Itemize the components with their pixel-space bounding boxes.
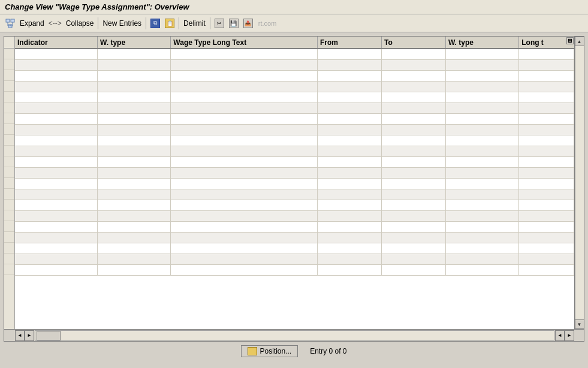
table-row[interactable]	[15, 200, 574, 210]
cell-from[interactable]	[317, 49, 381, 59]
table-row[interactable]	[15, 264, 574, 275]
row-selector-21[interactable]	[4, 264, 14, 275]
hscroll-right2-button[interactable]: ►	[565, 330, 574, 341]
table-row[interactable]	[15, 70, 574, 81]
row-selector-12[interactable]	[4, 167, 14, 178]
row-selector-13[interactable]	[4, 178, 14, 189]
table-row[interactable]	[15, 135, 574, 146]
save-icon-button[interactable]: 💾	[227, 18, 240, 29]
table-header: Indicator W. type Wage Type Long Text Fr…	[15, 37, 574, 49]
cell-indicator[interactable]	[15, 49, 98, 59]
table-row[interactable]	[15, 189, 574, 200]
row-selector-2[interactable]	[4, 59, 14, 70]
expand-label: Expand	[20, 19, 44, 28]
row-selector-20[interactable]	[4, 254, 14, 264]
cell-to[interactable]	[381, 49, 445, 59]
position-icon	[248, 347, 257, 355]
scroll-right-icon: ►	[27, 333, 32, 338]
row-selector-9[interactable]	[4, 135, 14, 146]
expand-icon-button[interactable]	[4, 18, 17, 29]
row-selector-6[interactable]	[4, 102, 14, 113]
table-row[interactable]	[15, 156, 574, 167]
scroll-track[interactable]	[575, 46, 584, 319]
collapse-label: Collapse	[66, 19, 94, 28]
svg-rect-1	[11, 19, 14, 22]
scroll-up-icon: ▲	[577, 39, 582, 44]
table-row[interactable]	[15, 243, 574, 254]
scissors-icon-button[interactable]: ✂	[213, 18, 226, 29]
cell-w-type2[interactable]	[445, 49, 518, 59]
hscroll-thumb[interactable]	[37, 331, 61, 340]
collapse-button[interactable]: Collapse	[64, 19, 96, 28]
scroll-right-button[interactable]: ►	[25, 330, 34, 341]
table-row[interactable]	[15, 232, 574, 243]
row-selector-3[interactable]	[4, 70, 14, 81]
separator-2	[146, 17, 146, 29]
column-settings-icon[interactable]: ⊞	[566, 37, 574, 44]
svg-rect-0	[6, 19, 10, 22]
table-row[interactable]	[15, 124, 574, 135]
table-row[interactable]	[15, 59, 574, 70]
watermark: rt.com	[258, 20, 277, 27]
toolbar: Expand <--> Collapse New Entries ⧉ 📋 Del…	[0, 14, 588, 32]
row-selector-17[interactable]	[4, 221, 14, 232]
table-row[interactable]	[15, 146, 574, 156]
scroll-left-button[interactable]: ◄	[15, 330, 25, 341]
table-row[interactable]	[15, 49, 574, 59]
row-selector-8[interactable]	[4, 124, 14, 135]
data-grid: Indicator W. type Wage Type Long Text Fr…	[15, 37, 574, 329]
copy-icon-button[interactable]: ⧉	[149, 18, 162, 29]
scroll-down-icon: ▼	[577, 322, 582, 327]
table-row[interactable]	[15, 167, 574, 178]
table-row[interactable]	[15, 210, 574, 221]
col-header-wage-type-long-text: Wage Type Long Text	[171, 37, 318, 49]
row-selector-18[interactable]	[4, 232, 14, 243]
cell-long-t[interactable]	[519, 49, 574, 59]
hscroll-left2-icon: ◄	[557, 333, 562, 338]
row-selector-4[interactable]	[4, 81, 14, 92]
table-row[interactable]	[15, 254, 574, 264]
cell-w-type[interactable]	[98, 49, 171, 59]
table-row[interactable]	[15, 102, 574, 113]
title-bar: Change View "Wage Type Assignment": Over…	[0, 0, 588, 14]
expand-button[interactable]: Expand	[18, 19, 46, 28]
hscroll-track[interactable]	[35, 330, 554, 341]
new-entries-label: New Entries	[102, 19, 141, 28]
col-header-w-type: W. type	[98, 37, 171, 49]
horizontal-scrollbar: ◄ ► ◄ ►	[4, 329, 584, 341]
page-title: Change View "Wage Type Assignment": Over…	[5, 2, 189, 11]
row-selector-19[interactable]	[4, 243, 14, 254]
delimit-label: Delimit	[183, 19, 206, 28]
row-selector-5[interactable]	[4, 92, 14, 102]
scroll-up-button[interactable]: ▲	[575, 37, 584, 46]
entry-count: Entry 0 of 0	[310, 347, 346, 355]
row-selector-10[interactable]	[4, 146, 14, 156]
scroll-down-button[interactable]: ▼	[575, 319, 584, 329]
table-row[interactable]	[15, 178, 574, 189]
tree-icon	[5, 19, 15, 28]
row-selector-15[interactable]	[4, 200, 14, 210]
copy-icon: ⧉	[150, 19, 160, 28]
position-label: Position...	[260, 347, 291, 355]
row-selector-11[interactable]	[4, 156, 14, 167]
scissors-icon: ✂	[215, 19, 224, 28]
delimit-button[interactable]: Delimit	[182, 19, 207, 28]
export-icon-button[interactable]: 📤	[242, 18, 255, 29]
table-row[interactable]	[15, 92, 574, 102]
table-row[interactable]	[15, 113, 574, 124]
new-entries-button[interactable]: New Entries	[101, 19, 143, 28]
table-row[interactable]	[15, 81, 574, 92]
table-row[interactable]	[15, 221, 574, 232]
paste-icon-button[interactable]: 📋	[163, 18, 176, 29]
position-button[interactable]: Position...	[241, 345, 298, 357]
vertical-scrollbar[interactable]: ▲ ▼	[574, 37, 584, 329]
header-row: Indicator W. type Wage Type Long Text Fr…	[15, 37, 574, 49]
row-selector-1[interactable]	[4, 49, 14, 59]
row-selector-7[interactable]	[4, 113, 14, 124]
hscroll-left2-button[interactable]: ◄	[555, 330, 565, 341]
cell-wage-type-long-text[interactable]	[171, 49, 318, 59]
col-header-indicator: Indicator	[15, 37, 98, 49]
data-table: Indicator W. type Wage Type Long Text Fr…	[15, 37, 574, 276]
row-selector-16[interactable]	[4, 210, 14, 221]
row-selector-14[interactable]	[4, 189, 14, 200]
